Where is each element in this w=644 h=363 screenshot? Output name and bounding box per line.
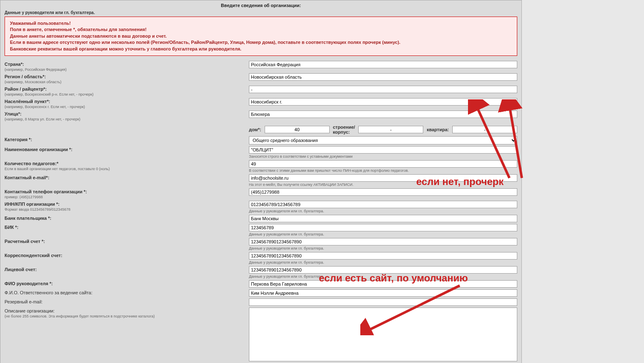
inn-sub: Данные у руководителя или гл. бухгалтера… (249, 209, 517, 213)
email-label: Контактный e-mail*: (5, 175, 49, 180)
racct-sub: Данные у руководителя или гл. бухгалтера… (249, 246, 517, 250)
desc-hint: (не более 255 символов. Эта информация б… (5, 314, 154, 318)
building-label: строение/корпус: (333, 125, 355, 135)
flat-label: квартира: (427, 127, 449, 132)
bank-input[interactable] (249, 215, 517, 222)
city-hint: (например, Воскресенск г. Если нет, - пр… (5, 105, 85, 109)
region-input[interactable] (249, 73, 517, 81)
warning-box: Уважаемый пользователь! Поля в анкете, о… (5, 17, 517, 56)
street-label: Улица*: (5, 111, 22, 116)
teachers-hint: Если в вашей организации нет педагогов, … (5, 167, 110, 171)
warn-line: Уважаемый пользователь! (10, 20, 512, 26)
country-hint: (например, Российская Федерация) (5, 67, 67, 72)
teachers-label: Количество педагогов:* (5, 161, 58, 166)
warn-line: Данные анкеты автоматически подставляютс… (10, 33, 512, 39)
lacct-sub: Данные у руководителя или гл. бухгалтера… (249, 274, 517, 279)
lacct-input[interactable] (249, 266, 517, 274)
orgname-label: Наименование организации *: (5, 147, 72, 152)
fio-resp-label: Ф.И.О. Ответственного за ведение сайта: (5, 290, 92, 295)
fio-head-input[interactable] (249, 280, 517, 288)
bik-label: БИК *: (5, 225, 19, 230)
city-label: Населённый пункт*: (5, 99, 50, 104)
phone-hint: пример: (495)1279988 (5, 195, 43, 199)
page-title: Введите сведения об организации: (5, 0, 517, 10)
building-input[interactable] (358, 126, 423, 133)
phone-label: Контактный телефон организации *: (5, 189, 87, 194)
inn-input[interactable] (249, 201, 517, 208)
warn-line: Если в вашем адресе отсутствуют одно или… (10, 39, 512, 46)
fio-resp-input[interactable] (249, 289, 517, 297)
cacct-label: Корреспондентский счет: (5, 253, 62, 258)
warn-line: Поля в анкете, отмеченные *, обязательны… (10, 26, 512, 33)
flat-input[interactable] (452, 126, 517, 133)
orgname-sub: Заносится строго в соответствии с уставн… (249, 154, 517, 159)
phone-input[interactable] (249, 188, 517, 196)
lacct-label: Лицевой счет: (5, 267, 37, 272)
house-label: дом*: (249, 127, 261, 132)
subheader: Данные у руководителя или гл. бухгалтера… (5, 10, 517, 15)
country-label: Страна*: (5, 62, 24, 67)
district-input[interactable] (249, 86, 517, 93)
district-label: Район / райцентр*: (5, 87, 47, 91)
region-label: Регион / область*: (5, 74, 46, 79)
house-input[interactable] (265, 126, 330, 133)
teachers-input[interactable] (249, 160, 517, 168)
inn-label: ИНН/КПП организации *: (5, 202, 60, 207)
cacct-input[interactable] (249, 252, 517, 260)
fio-head-label: ФИО руководителя *: (5, 281, 53, 286)
bank-label: Банк плательщика *: (5, 216, 51, 221)
racct-input[interactable] (249, 238, 517, 245)
bik-sub: Данные у руководителя или гл. бухгалтера… (249, 232, 517, 236)
email-sub: На этот е-мейл, Вы получите ссылку АКТИВ… (249, 183, 517, 187)
city-input[interactable] (249, 98, 517, 106)
orgname-input[interactable] (249, 146, 517, 154)
email2-input[interactable] (249, 298, 517, 306)
inn-hint: Формат ввода 0123456789/012345678 (5, 207, 70, 212)
street-hint: (например, 8 Марта ул. Если нет, - проче… (5, 117, 80, 121)
street-input[interactable] (249, 111, 517, 118)
email2-label: Резервный e-mail: (5, 299, 43, 304)
category-select[interactable]: Общего среднего образования (249, 136, 517, 144)
district-hint: (например, Воскресенский р-н. Если нет, … (5, 92, 94, 96)
desc-label: Описание организации: (5, 308, 55, 313)
country-input[interactable] (249, 61, 517, 68)
cacct-sub: Данные у руководителя или гл. бухгалтера… (249, 260, 517, 264)
email-input[interactable] (249, 174, 517, 182)
racct-label: Расчетный счет *: (5, 239, 45, 244)
bik-input[interactable] (249, 224, 517, 231)
region-hint: (например, Московская область) (5, 80, 61, 84)
desc-textarea[interactable] (249, 308, 517, 361)
warn-line: Банковские реквизиты вашей организации м… (10, 46, 512, 52)
category-label: Категория *: (5, 137, 32, 142)
teachers-sub: В соответствии с этими данными вам пришл… (249, 168, 517, 173)
